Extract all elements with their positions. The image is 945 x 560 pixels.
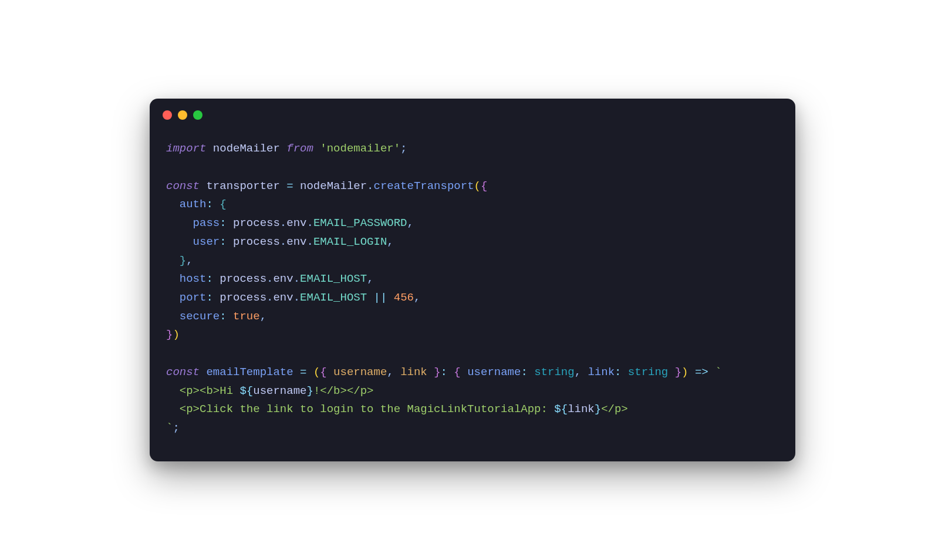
interp-variable: username	[253, 384, 306, 397]
arrow: =>	[695, 366, 708, 379]
template-text: <p>Click the link to login to the MagicL…	[180, 403, 555, 416]
property-key: secure	[180, 310, 220, 323]
code-line: const emailTemplate = ({ username, link …	[166, 366, 722, 379]
interp-open: ${	[554, 403, 568, 416]
code-line: const transporter = nodeMailer.createTra…	[166, 180, 487, 193]
identifier: env	[273, 272, 293, 285]
env-variable: EMAIL_HOST	[300, 272, 367, 285]
comma: ,	[387, 366, 393, 379]
code-body[interactable]: import nodeMailer from 'nodemailer'; con…	[150, 126, 795, 461]
comma: ,	[260, 310, 266, 323]
property-key: pass	[193, 217, 220, 230]
colon: :	[220, 217, 226, 230]
comma: ,	[186, 254, 193, 267]
dot: .	[293, 272, 300, 285]
template-text: !</b></p>	[313, 384, 374, 397]
code-line: <p>Click the link to login to the MagicL…	[166, 403, 628, 416]
code-line: user: process.env.EMAIL_LOGIN,	[166, 235, 394, 248]
code-line: },	[166, 254, 193, 267]
type-prop: username	[467, 366, 521, 379]
operator-equals: =	[300, 366, 306, 379]
dot: .	[280, 217, 286, 230]
dot: .	[280, 235, 286, 248]
property-key: port	[180, 291, 207, 304]
close-icon[interactable]	[163, 110, 172, 120]
template-text: </p>	[601, 403, 628, 416]
brace-open: {	[481, 180, 487, 193]
backtick: `	[166, 421, 173, 434]
env-variable: EMAIL_LOGIN	[313, 235, 387, 248]
colon: :	[220, 310, 226, 323]
interp-close: }	[306, 384, 313, 397]
keyword-import: import	[166, 142, 206, 155]
dot: .	[266, 272, 273, 285]
code-line: port: process.env.EMAIL_HOST || 456,	[166, 291, 420, 304]
env-variable: EMAIL_HOST	[300, 291, 367, 304]
dot: .	[293, 291, 300, 304]
identifier: env	[286, 235, 306, 248]
brace-close: }	[180, 254, 186, 267]
template-text	[166, 403, 180, 416]
interp-variable: link	[568, 403, 595, 416]
dot: .	[367, 180, 373, 193]
identifier: process	[220, 272, 266, 285]
minimize-icon[interactable]	[178, 110, 187, 120]
colon: :	[206, 198, 212, 211]
code-line: })	[166, 328, 180, 341]
identifier: process	[233, 217, 280, 230]
code-line: secure: true,	[166, 310, 266, 323]
env-variable: EMAIL_PASSWORD	[313, 217, 407, 230]
property-key: auth	[180, 198, 207, 211]
code-window: import nodeMailer from 'nodemailer'; con…	[150, 99, 795, 461]
keyword-from: from	[286, 142, 313, 155]
code-line: pass: process.env.EMAIL_PASSWORD,	[166, 217, 414, 230]
colon: :	[206, 291, 212, 304]
comma: ,	[407, 217, 414, 230]
method-call: createTransport	[374, 180, 474, 193]
code-line: host: process.env.EMAIL_HOST,	[166, 272, 374, 285]
property-key: host	[180, 272, 207, 285]
maximize-icon[interactable]	[193, 110, 203, 120]
type-colon: :	[441, 366, 447, 379]
brace-close: }	[434, 366, 440, 379]
keyword-const: const	[166, 366, 200, 379]
code-line: <p><b>Hi ${username}!</b></p>	[166, 384, 374, 397]
code-line: import nodeMailer from 'nodemailer';	[166, 142, 407, 155]
identifier: env	[273, 291, 293, 304]
semicolon: ;	[400, 142, 407, 155]
identifier: process	[220, 291, 266, 304]
paren-close: )	[173, 328, 179, 341]
interp-close: }	[595, 403, 601, 416]
dot: .	[306, 217, 313, 230]
identifier: transporter	[206, 180, 279, 193]
string-literal: 'nodemailer'	[320, 142, 400, 155]
comma: ,	[367, 272, 373, 285]
identifier: process	[233, 235, 280, 248]
identifier: env	[286, 217, 306, 230]
colon: :	[206, 272, 212, 285]
brace-close: }	[166, 328, 173, 341]
brace-close: }	[675, 366, 681, 379]
comma: ,	[387, 235, 393, 248]
colon: :	[521, 366, 527, 379]
number-literal: 456	[394, 291, 414, 304]
paren-close: )	[681, 366, 688, 379]
parameter: link	[400, 366, 427, 379]
brace-open: {	[454, 366, 460, 379]
colon: :	[615, 366, 621, 379]
identifier: nodeMailer	[300, 180, 367, 193]
boolean-literal: true	[233, 310, 260, 323]
brace-open: {	[320, 366, 326, 379]
dot: .	[306, 235, 313, 248]
dot: .	[266, 291, 273, 304]
comma: ,	[414, 291, 420, 304]
paren-open: (	[474, 180, 481, 193]
type-prop: link	[588, 366, 615, 379]
operator-or: ||	[374, 291, 387, 304]
type-name: string	[628, 366, 668, 379]
brace-open: {	[220, 198, 226, 211]
type-name: string	[534, 366, 574, 379]
template-text: <p><b>Hi	[180, 384, 240, 397]
template-text	[166, 384, 180, 397]
keyword-const: const	[166, 180, 200, 193]
